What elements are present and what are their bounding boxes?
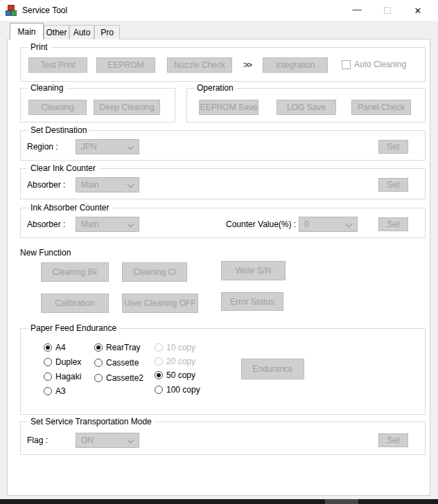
radio-icon xyxy=(44,358,52,366)
clear-absorber-dropdown[interactable]: Main xyxy=(76,177,139,192)
set-destination-set-button[interactable]: Set xyxy=(378,140,408,154)
eeprom-button[interactable]: EEPROM xyxy=(96,57,155,73)
minimize-icon: — xyxy=(353,4,362,15)
maximize-icon xyxy=(384,7,391,14)
radio-100-copy[interactable]: 100 copy xyxy=(155,385,200,395)
cleaning-button[interactable]: Cleaning xyxy=(28,100,87,115)
flag-value: ON xyxy=(81,435,94,445)
radio-icon xyxy=(44,372,52,381)
radio-label: Cassette xyxy=(106,358,139,368)
minimize-button[interactable]: — xyxy=(342,0,372,21)
absorber-value: Main xyxy=(81,219,99,229)
radio-icon xyxy=(94,374,103,382)
radio-cassette[interactable]: Cassette xyxy=(94,358,139,368)
clear-ink-set-button[interactable]: Set xyxy=(378,178,408,192)
maximize-button[interactable] xyxy=(372,0,403,21)
print-group-title: Print xyxy=(28,42,51,52)
radio-20-copy[interactable]: 20 copy xyxy=(155,357,195,366)
radio-icon xyxy=(155,343,163,352)
radio-reartray[interactable]: RearTray xyxy=(94,343,141,352)
cleaning-group-title: Cleaning xyxy=(28,83,66,93)
clear-ink-counter-title: Clear Ink Counter xyxy=(28,163,98,173)
nozzle-check-button[interactable]: Nozzle Check xyxy=(167,57,232,73)
chevron-down-icon xyxy=(128,437,134,444)
chevron-down-icon xyxy=(346,221,353,228)
clear-absorber-label: Absorber : xyxy=(27,180,65,190)
app-icon xyxy=(6,5,17,16)
taskbar xyxy=(0,499,438,504)
window-controls: — ✕ xyxy=(342,0,433,21)
radio-10-copy[interactable]: 10 copy xyxy=(155,343,195,352)
arrow-glyph: >> xyxy=(243,60,251,70)
radio-label: Hagaki xyxy=(55,372,81,381)
deep-cleaning-button[interactable]: Deep Cleaning xyxy=(94,100,160,115)
eeprom-save-button[interactable]: EEPROM Save xyxy=(199,100,259,115)
panel-check-button[interactable]: Panel Check xyxy=(351,100,411,115)
taskbar-app-indicator[interactable] xyxy=(325,499,358,504)
close-icon: ✕ xyxy=(414,6,422,16)
chevron-down-icon xyxy=(128,181,134,188)
radio-icon xyxy=(44,343,52,352)
set-destination-title: Set Destination xyxy=(28,125,89,135)
main-tab-page: Print Test Print EEPROM Nozzle Check >> … xyxy=(7,39,430,496)
user-cleaning-off-button[interactable]: User Cleaning OFF xyxy=(122,294,198,313)
chevron-down-icon xyxy=(128,143,134,150)
log-save-button[interactable]: LOG Save xyxy=(277,100,336,115)
radio-icon xyxy=(155,371,163,379)
tab-pro[interactable]: Pro xyxy=(94,25,120,39)
auto-cleaning-label: Auto Cleaning xyxy=(354,60,406,69)
ink-absorber-set-button[interactable]: Set xyxy=(378,217,408,231)
radio-icon xyxy=(44,387,52,395)
paper-feed-endurance-title: Paper Feed Endurance xyxy=(28,323,119,333)
counter-value: 0 xyxy=(304,219,309,229)
ink-absorber-counter-title: Ink Absorber Counter xyxy=(28,203,112,213)
title-bar: Service Tool — ✕ xyxy=(0,0,438,21)
tab-auto[interactable]: Auto xyxy=(69,25,94,39)
region-value: JPN xyxy=(81,142,97,152)
radio-cassette2[interactable]: Cassette2 xyxy=(94,373,143,383)
radio-label: 20 copy xyxy=(166,357,195,366)
radio-icon xyxy=(155,357,163,366)
radio-label: 100 copy xyxy=(166,385,200,395)
error-status-button[interactable]: Error Status xyxy=(221,292,283,311)
transport-mode-title: Set Service Transportation Mode xyxy=(28,417,155,426)
close-button[interactable]: ✕ xyxy=(403,0,433,21)
cleaning-bk-button[interactable]: Cleaning Bk xyxy=(41,262,109,282)
endurance-button[interactable]: Endurance xyxy=(241,359,304,379)
radio-hagaki[interactable]: Hagaki xyxy=(44,372,81,381)
clear-absorber-value: Main xyxy=(81,180,99,190)
radio-label: Duplex xyxy=(55,357,81,367)
radio-a3[interactable]: A3 xyxy=(44,386,66,396)
auto-cleaning-checkbox-row[interactable]: Auto Cleaning xyxy=(342,60,406,69)
absorber-dropdown[interactable]: Main xyxy=(76,217,139,232)
radio-label: A3 xyxy=(55,386,66,396)
radio-50-copy[interactable]: 50 copy xyxy=(155,370,195,380)
counter-value-label: Counter Value(%) : xyxy=(226,219,296,229)
radio-icon xyxy=(94,343,103,352)
radio-icon xyxy=(155,386,163,394)
test-print-button[interactable]: Test Print xyxy=(28,57,87,73)
radio-icon xyxy=(94,359,103,367)
region-label: Region : xyxy=(27,142,58,152)
absorber-label: Absorber : xyxy=(27,219,65,229)
new-function-title: New Function xyxy=(20,248,71,258)
radio-duplex[interactable]: Duplex xyxy=(44,357,81,367)
radio-label: 50 copy xyxy=(166,370,195,380)
flag-label: Flag : xyxy=(27,435,48,445)
calibration-button[interactable]: Calibration xyxy=(41,294,109,313)
write-sn-button[interactable]: Write S/N xyxy=(221,261,286,280)
region-dropdown[interactable]: JPN xyxy=(76,139,139,154)
tab-main[interactable]: Main xyxy=(10,23,44,39)
counter-value-dropdown[interactable]: 0 xyxy=(299,217,358,232)
integration-button[interactable]: Integration xyxy=(263,57,328,73)
radio-label: A4 xyxy=(55,343,66,352)
radio-label: RearTray xyxy=(106,343,141,352)
transport-set-button[interactable]: Set xyxy=(378,433,408,447)
radio-a4[interactable]: A4 xyxy=(44,343,66,352)
window-title: Service Tool xyxy=(22,6,67,15)
operation-group-title: Operation xyxy=(194,83,236,93)
tab-other[interactable]: Other xyxy=(44,25,69,39)
radio-label: 10 copy xyxy=(166,343,195,352)
cleaning-cl-button[interactable]: Cleaning Cl xyxy=(122,262,187,282)
flag-dropdown[interactable]: ON xyxy=(76,433,139,448)
